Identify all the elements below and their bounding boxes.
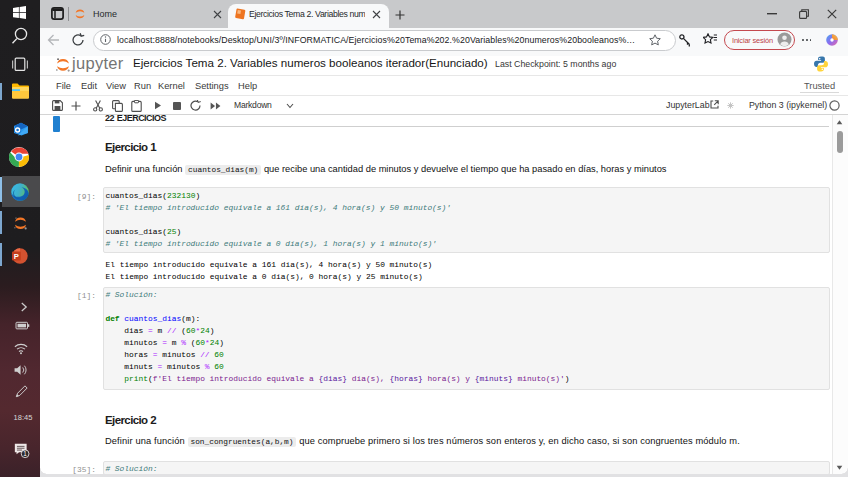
svg-text:1: 1 — [23, 450, 27, 457]
svg-text:P: P — [14, 252, 19, 261]
